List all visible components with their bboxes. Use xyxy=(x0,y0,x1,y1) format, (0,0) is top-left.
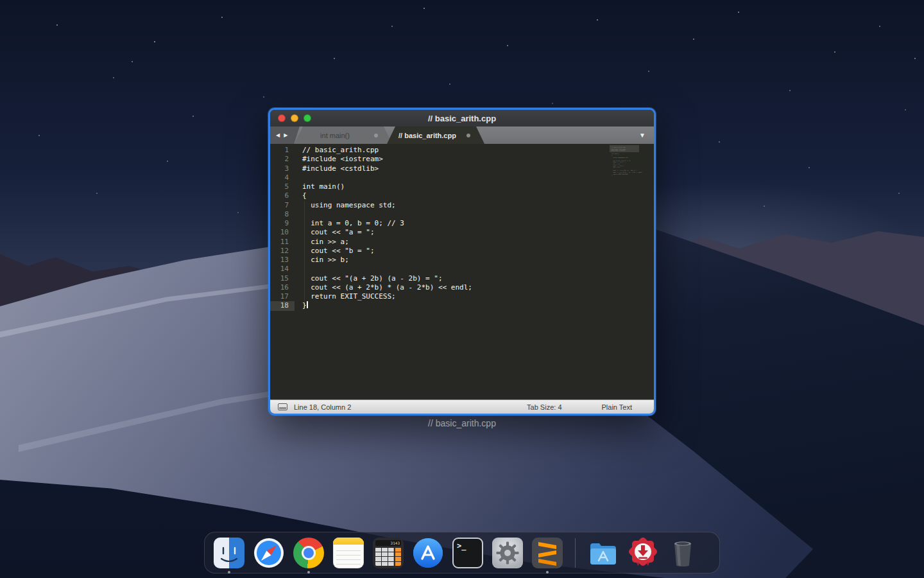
panel-toggle-icon[interactable] xyxy=(278,403,287,410)
code-text: return EXIT_SUCCESS; xyxy=(295,292,396,301)
code-line[interactable]: 4 xyxy=(270,173,654,182)
sublime-text-icon xyxy=(532,538,563,568)
code-line[interactable]: 15 cout << "(a + 2b) (a - 2b) = "; xyxy=(270,274,654,283)
cursor-position: Line 18, Column 2 xyxy=(294,403,351,411)
code-text xyxy=(295,265,302,274)
dock-finder[interactable] xyxy=(214,538,244,568)
minimize-button[interactable] xyxy=(291,114,298,122)
window-caption: // basic_arith.cpp xyxy=(268,418,656,428)
dock-app-store[interactable] xyxy=(413,538,443,568)
tab-basic-arith-cpp[interactable]: // basic_arith.cpp xyxy=(387,127,484,144)
code-line[interactable]: 6{ xyxy=(270,191,654,200)
line-number: 16 xyxy=(270,283,295,292)
tabs-container: int main()// basic_arith.cpp xyxy=(300,127,484,144)
code-text xyxy=(295,210,302,219)
text-cursor xyxy=(307,301,308,308)
code-line[interactable]: 1// basic_arith.cpp xyxy=(270,146,654,155)
indent-guide xyxy=(304,201,305,302)
dock-safari[interactable] xyxy=(253,538,284,568)
tab-modified-dot-icon[interactable] xyxy=(466,134,470,137)
running-indicator-dot xyxy=(546,571,549,574)
line-number: 15 xyxy=(270,274,295,283)
chrome-icon xyxy=(293,538,324,568)
line-number: 11 xyxy=(270,238,295,247)
sublime-text-window: // basic_arith.cpp ◀ ▶ int main()// basi… xyxy=(268,108,656,416)
code-text: cout << "(a + 2b) (a - 2b) = "; xyxy=(295,274,443,283)
code-text: cout << "b = "; xyxy=(295,247,375,256)
app-store-icon xyxy=(413,538,443,568)
running-indicator-dot xyxy=(307,571,310,574)
dock-divider xyxy=(575,538,576,568)
code-line[interactable]: 17 return EXIT_SUCCESS; xyxy=(270,292,654,301)
line-number: 3 xyxy=(270,164,295,173)
dock: 3143 >_ xyxy=(204,532,720,574)
tab-list-dropdown-icon[interactable]: ▼ xyxy=(639,132,646,139)
calculator-icon: 3143 xyxy=(373,538,404,568)
code-text: cin >> b; xyxy=(295,256,349,265)
code-text xyxy=(295,173,302,182)
line-number: 14 xyxy=(270,265,295,274)
dock-terminal[interactable]: >_ xyxy=(452,538,483,568)
traffic-lights xyxy=(278,114,311,122)
code-line[interactable]: 9 int a = 0, b = 0; // 3 xyxy=(270,219,654,228)
tab-int-main[interactable]: int main() xyxy=(295,127,392,144)
code-text: // basic_arith.cpp xyxy=(295,146,379,155)
dock-trash[interactable] xyxy=(667,538,698,568)
code-line[interactable]: 7 using namespace std; xyxy=(270,201,654,210)
terminal-icon: >_ xyxy=(452,538,483,568)
tab-bar: ◀ ▶ int main()// basic_arith.cpp ▼ xyxy=(270,127,654,144)
code-line[interactable]: 5int main() xyxy=(270,182,654,191)
zoom-button[interactable] xyxy=(304,114,311,122)
syntax-setting[interactable]: Plain Text xyxy=(602,403,633,411)
line-number: 17 xyxy=(270,292,295,301)
dock-applications-folder[interactable] xyxy=(588,538,619,568)
system-preferences-icon xyxy=(492,538,523,568)
status-bar: Line 18, Column 2 Tab Size: 4 Plain Text xyxy=(270,399,654,414)
line-number: 7 xyxy=(270,201,295,210)
code-editor[interactable]: 1// basic_arith.cpp2#include <iostream>3… xyxy=(270,144,654,399)
gear-icon xyxy=(495,540,520,566)
tab-size-setting[interactable]: Tab Size: 4 xyxy=(527,403,561,411)
line-number: 9 xyxy=(270,219,295,228)
dock-sublime-text[interactable] xyxy=(532,538,563,568)
forward-arrow-icon[interactable]: ▶ xyxy=(284,132,287,138)
line-number: 2 xyxy=(270,155,295,164)
tab-nav: ◀ ▶ xyxy=(270,127,300,144)
code-text: int main() xyxy=(295,182,345,191)
code-line[interactable]: 12 cout << "b = "; xyxy=(270,247,654,256)
code-line[interactable]: 14 xyxy=(270,265,654,274)
code-line[interactable]: 13 cin >> b; xyxy=(270,256,654,265)
line-number: 13 xyxy=(270,256,295,265)
code-text: cin >> a; xyxy=(295,238,349,247)
dock-notes[interactable] xyxy=(333,538,364,568)
finder-icon xyxy=(214,538,244,568)
code-line[interactable]: 16 cout << (a + 2*b) * (a - 2*b) << endl… xyxy=(270,283,654,292)
code-line[interactable]: 18} xyxy=(270,301,654,310)
window-title: // basic_arith.cpp xyxy=(270,114,654,123)
running-indicator-dot xyxy=(228,571,230,574)
dock-chrome[interactable] xyxy=(293,538,324,568)
window-titlebar[interactable]: // basic_arith.cpp xyxy=(270,110,654,127)
code-text: { xyxy=(295,191,307,200)
tab-modified-dot-icon[interactable] xyxy=(374,134,378,137)
applications-folder-icon xyxy=(588,538,619,568)
code-line[interactable]: 3#include <cstdlib> xyxy=(270,164,654,173)
code-text: } xyxy=(295,301,308,310)
code-line[interactable]: 8 xyxy=(270,210,654,219)
dock-downloads[interactable] xyxy=(628,538,658,568)
line-number: 8 xyxy=(270,210,295,219)
code-lines: 1// basic_arith.cpp2#include <iostream>3… xyxy=(270,146,654,311)
code-text: #include <iostream> xyxy=(295,155,383,164)
code-line[interactable]: 10 cout << "a = "; xyxy=(270,228,654,237)
code-line[interactable]: 2#include <iostream> xyxy=(270,155,654,164)
code-text: using namespace std; xyxy=(295,201,396,210)
line-number: 10 xyxy=(270,228,295,237)
line-number: 1 xyxy=(270,146,295,155)
tab-label: int main() xyxy=(320,132,350,139)
back-arrow-icon[interactable]: ◀ xyxy=(276,132,280,138)
dock-system-preferences[interactable] xyxy=(492,538,523,568)
minimap[interactable]: // basic_arith.cpp #include <iostream> #… xyxy=(612,146,637,177)
code-line[interactable]: 11 cin >> a; xyxy=(270,238,654,247)
dock-calculator[interactable]: 3143 xyxy=(373,538,404,568)
close-button[interactable] xyxy=(278,114,286,122)
